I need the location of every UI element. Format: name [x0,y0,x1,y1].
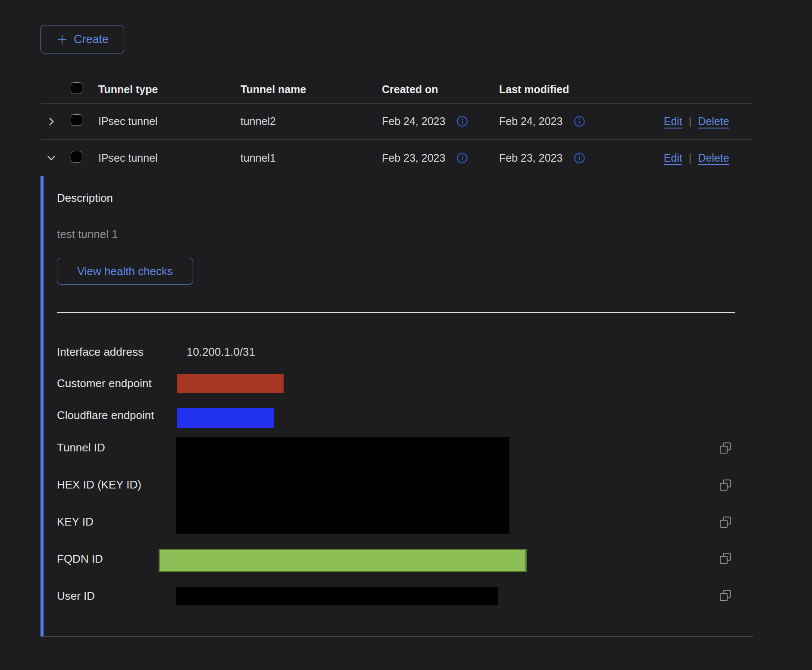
delete-link[interactable]: Delete [698,115,729,128]
expanded-panel-accent-bar [41,176,44,636]
table-row-tunnel1: IPsec tunnel tunnel1 Feb 23, 2023 Feb 23… [41,140,753,176]
tunnel-type-cell: IPsec tunnel [98,152,240,164]
cloudflare-endpoint-redaction [177,408,274,428]
info-icon[interactable] [456,152,468,164]
copy-user-id-icon[interactable] [719,589,732,602]
hex-id-label: HEX ID (KEY ID) [57,478,141,492]
column-header-tunnel-type: Tunnel type [98,83,240,96]
table-row-tunnel2: IPsec tunnel tunnel2 Feb 24, 2023 Feb 24… [41,103,753,140]
view-health-checks-button[interactable]: View health checks [57,258,193,285]
user-id-redaction [176,587,498,605]
user-id-label: User ID [57,589,95,603]
column-header-tunnel-name: Tunnel name [240,83,382,96]
info-icon[interactable] [456,116,468,127]
customer-endpoint-redaction [177,374,284,393]
fqdn-id-label: FQDN ID [57,552,103,566]
create-button[interactable]: Create [41,25,124,53]
select-all-checkbox[interactable] [71,82,82,94]
tunnel-name-cell: tunnel2 [240,115,382,128]
column-header-created-on: Created on [382,83,499,96]
plus-icon [56,33,68,45]
row-checkbox[interactable] [71,151,82,163]
create-button-label: Create [74,33,109,46]
last-modified-cell: Feb 24, 2023 [499,115,562,128]
tunnels-table: Tunnel type Tunnel name Created on Last … [41,76,753,637]
copy-fqdn-id-icon[interactable] [719,552,732,565]
cloudflare-endpoint-label: Cloudflare endpoint [57,409,154,422]
row-checkbox[interactable] [71,114,82,126]
edit-link[interactable]: Edit [664,115,682,128]
expand-chevron-right-icon[interactable] [46,116,57,127]
copy-tunnel-id-icon[interactable] [719,441,732,454]
edit-link[interactable]: Edit [664,152,682,164]
copy-hex-id-icon[interactable] [719,479,732,492]
key-id-label: KEY ID [57,515,94,529]
tunnel-name-cell: tunnel1 [240,152,382,164]
table-header: Tunnel type Tunnel name Created on Last … [41,76,753,103]
last-modified-cell: Feb 23, 2023 [499,152,562,164]
tunnel-type-cell: IPsec tunnel [98,115,240,128]
tunnel-id-label: Tunnel ID [57,441,105,454]
column-header-last-modified: Last modified [499,83,664,96]
expanded-tunnel-details-panel: Description test tunnel 1 View health ch… [41,176,753,637]
info-icon[interactable] [574,152,585,164]
copy-key-id-icon[interactable] [719,516,732,529]
created-on-cell: Feb 24, 2023 [382,115,445,128]
interface-address-value: 10.200.1.0/31 [187,345,255,359]
customer-endpoint-label: Customer endpoint [57,377,152,390]
panel-divider [57,312,735,313]
description-label: Description [57,191,113,205]
info-icon[interactable] [574,116,585,127]
actions-separator: | [689,115,692,128]
fqdn-id-redaction [159,549,527,572]
collapse-chevron-down-icon[interactable] [46,152,57,163]
description-value: test tunnel 1 [57,228,118,241]
actions-separator: | [689,152,692,164]
delete-link[interactable]: Delete [698,152,729,164]
ids-redaction-block [176,437,509,534]
interface-address-label: Interface address [57,345,144,359]
created-on-cell: Feb 23, 2023 [382,152,445,164]
